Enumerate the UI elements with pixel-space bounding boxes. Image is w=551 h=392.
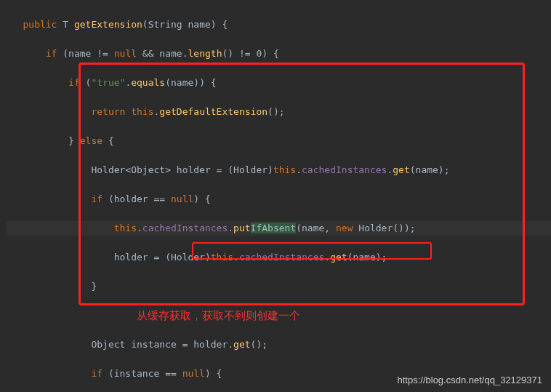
code-line: } else { — [0, 134, 551, 148]
code-line: public T getExtension(String name) { — [0, 17, 551, 32]
code-line: Object instance = holder.get(); — [0, 337, 551, 352]
watermark: https://blog.csdn.net/qq_32129371 — [398, 373, 543, 388]
code-line: } — [0, 279, 551, 294]
code-editor[interactable]: public T getExtension(String name) { if … — [0, 0, 551, 392]
code-line: Holder<Object> holder = (Holder)this.cac… — [0, 163, 551, 177]
code-line: holder = (Holder)this.cachedInstances.ge… — [0, 250, 551, 265]
code-line: return this.getDefaultExtension(); — [0, 105, 551, 119]
code-line: if (holder == null) { — [0, 192, 551, 207]
code-line: if (name != null && name.length() != 0) … — [0, 47, 551, 61]
code-line: if ("true".equals(name)) { — [0, 76, 551, 90]
annotation-comment: 从缓存获取，获取不到则创建一个 — [0, 308, 551, 323]
code-line: this.cachedInstances.putIfAbsent(name, n… — [0, 221, 551, 236]
